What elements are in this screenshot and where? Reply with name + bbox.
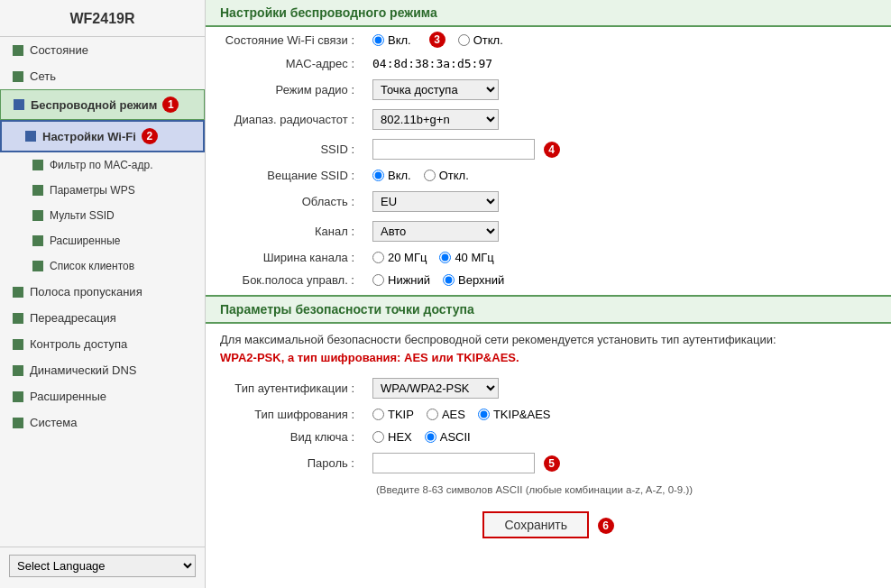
width-40-radio[interactable] [439, 252, 451, 263]
wifi-state-controls: Вкл. 3 Откл. [363, 27, 891, 52]
ssid-broadcast-off-label[interactable]: Откл. [424, 169, 469, 182]
wifi-on-radio[interactable] [372, 34, 384, 46]
sidebar-item-bandwidth[interactable]: Полоса пропускания [0, 279, 205, 305]
mac-label: MAC-адрес : [206, 52, 363, 75]
password-cell: 5 [363, 448, 891, 478]
password-row: Пароль : 5 [206, 448, 891, 478]
ascii-label[interactable]: ASCII [425, 430, 471, 444]
key-type-label: Вид ключа : [206, 426, 363, 448]
wifi-on-label[interactable]: Вкл. [372, 33, 411, 47]
sidebar-item-system[interactable]: Система [0, 409, 205, 436]
auth-select[interactable]: WPA/WPA2-PSK WPA-PSK WPA2-PSK Открытая О… [372, 378, 499, 399]
aes-radio[interactable] [427, 409, 438, 420]
region-select[interactable]: EU US CN [372, 191, 499, 212]
auth-row: Тип аутентификации : WPA/WPA2-PSK WPA-PS… [206, 373, 891, 403]
language-select[interactable]: Select LanguageEnglishРусскийDeutschFran… [9, 555, 196, 577]
client-list-icon [32, 261, 43, 271]
system-icon [13, 418, 23, 428]
channel-cell: Авто 123 456 789 1011 [363, 216, 891, 246]
wireless-section-header: Настройки беспроводного режима [206, 0, 891, 27]
sidebar-item-advanced-main[interactable]: Расширенные [0, 383, 205, 409]
width-20-radio[interactable] [372, 252, 384, 263]
multi-ssid-icon [32, 210, 43, 221]
width-40-label[interactable]: 40 МГц [439, 251, 493, 264]
access-control-icon [13, 339, 23, 350]
freq-select[interactable]: 802.11b+g+n 802.11b+g 802.11n [372, 109, 499, 130]
radio-mode-select[interactable]: Точка доступа Клиент Повторитель [372, 79, 499, 100]
save-button[interactable]: Сохранить [482, 511, 589, 538]
sidebar-item-access-control[interactable]: Контроль доступа [0, 331, 205, 357]
ssid-broadcast-row: Вещание SSID : Вкл. Откл. [206, 164, 891, 187]
ssid-broadcast-on-radio[interactable] [372, 170, 384, 181]
freq-row: Диапаз. радиочастот : 802.11b+g+n 802.11… [206, 105, 891, 134]
aes-label[interactable]: AES [427, 408, 465, 421]
radio-mode-label: Режим радио : [206, 75, 363, 105]
channel-select[interactable]: Авто 123 456 789 1011 [372, 221, 499, 242]
encrypt-cell: TKIP AES TKIP&AES [363, 403, 891, 426]
freq-cell: 802.11b+g+n 802.11b+g 802.11n [363, 105, 891, 134]
ssid-label: SSID : [206, 134, 363, 164]
tkip-aes-label[interactable]: TKIP&AES [478, 408, 551, 421]
language-selector-wrap: Select LanguageEnglishРусскийDeutschFran… [0, 547, 205, 588]
ssid-broadcast-off-radio[interactable] [424, 170, 436, 181]
tkip-label[interactable]: TKIP [372, 408, 414, 421]
bandwidth-icon [13, 287, 23, 298]
ascii-radio[interactable] [425, 431, 436, 443]
sidebar-item-wps[interactable]: Параметры WPS [0, 178, 205, 203]
channel-width-row: Ширина канала : 20 МГц 40 МГц [206, 246, 891, 269]
wifi-state-label: Состояние Wi-Fi связи : [206, 27, 363, 52]
region-row: Область : EU US CN [206, 187, 891, 216]
wifi-off-label[interactable]: Откл. [458, 33, 503, 47]
dynamic-dns-icon [13, 365, 23, 376]
sidebar-item-client-list[interactable]: Список клиентов [0, 253, 205, 279]
sidebar-item-redirect[interactable]: Переадресация [0, 305, 205, 331]
sidebar-item-multi-ssid[interactable]: Мульти SSID [0, 203, 205, 228]
wifi-off-radio[interactable] [458, 34, 470, 46]
security-form-table: Тип аутентификации : WPA/WPA2-PSK WPA-PS… [206, 373, 891, 501]
channel-row: Канал : Авто 123 456 789 1011 [206, 216, 891, 246]
badge-6: 6 [598, 518, 614, 534]
status-icon [13, 45, 23, 56]
password-input[interactable] [372, 453, 535, 473]
side-lower-label[interactable]: Нижний [372, 273, 430, 287]
width-20-label[interactable]: 20 МГц [372, 251, 427, 264]
sidebar-item-mac-filter[interactable]: Фильтр по MAC-адр. [0, 152, 205, 178]
mac-row: MAC-адрес : 04:8d:38:3a:d5:97 [206, 52, 891, 75]
advanced-main-icon [13, 391, 23, 402]
radio-mode-row: Режим радио : Точка доступа Клиент Повто… [206, 75, 891, 105]
ssid-input[interactable] [372, 139, 535, 160]
region-cell: EU US CN [363, 187, 891, 216]
ssid-cell: 4 [363, 134, 891, 164]
sidebar-item-network[interactable]: Сеть [0, 63, 205, 89]
sidebar-item-advanced-wireless[interactable]: Расширенные [0, 228, 205, 253]
sidebar-item-wifi-settings[interactable]: Настройки Wi-Fi 2 [0, 120, 205, 152]
mac-value: 04:8d:38:3a:d5:97 [363, 52, 891, 75]
wireless-form-table: Состояние Wi-Fi связи : Вкл. 3 Откл. MAC… [206, 27, 891, 291]
ssid-broadcast-cell: Вкл. Откл. [363, 164, 891, 187]
hex-radio[interactable] [372, 431, 384, 443]
save-btn-wrap: Сохранить 6 [206, 501, 891, 546]
security-note: Для максимальной безопасности беспроводн… [206, 324, 891, 373]
sidebar-item-status[interactable]: Состояние [0, 37, 205, 63]
badge-5: 5 [544, 455, 560, 472]
auth-cell: WPA/WPA2-PSK WPA-PSK WPA2-PSK Открытая О… [363, 373, 891, 403]
sidebar-item-wireless[interactable]: Беспроводной режим 1 [0, 89, 205, 120]
radio-mode-cell: Точка доступа Клиент Повторитель [363, 75, 891, 105]
encrypt-label: Тип шифрования : [206, 403, 363, 426]
side-lower-radio[interactable] [372, 274, 384, 286]
side-upper-label[interactable]: Верхний [443, 273, 504, 287]
key-type-row: Вид ключа : HEX ASCII [206, 426, 891, 448]
mac-filter-icon [32, 160, 43, 170]
hex-label[interactable]: HEX [372, 430, 412, 444]
redirect-icon [13, 313, 23, 324]
ssid-broadcast-on-label[interactable]: Вкл. [372, 169, 411, 182]
sidebar-item-dynamic-dns[interactable]: Динамический DNS [0, 357, 205, 383]
password-hint-row: (Введите 8-63 символов ASCII (любые комб… [206, 478, 891, 501]
tkip-radio[interactable] [372, 409, 384, 420]
side-upper-radio[interactable] [443, 274, 455, 286]
sidebar-title: WF2419R [0, 0, 205, 37]
sidebar: WF2419R Состояние Сеть Беспроводной режи… [0, 0, 206, 588]
wifi-state-row: Состояние Wi-Fi связи : Вкл. 3 Откл. [206, 27, 891, 52]
tkip-aes-radio[interactable] [478, 409, 490, 420]
badge-2: 2 [142, 128, 158, 144]
